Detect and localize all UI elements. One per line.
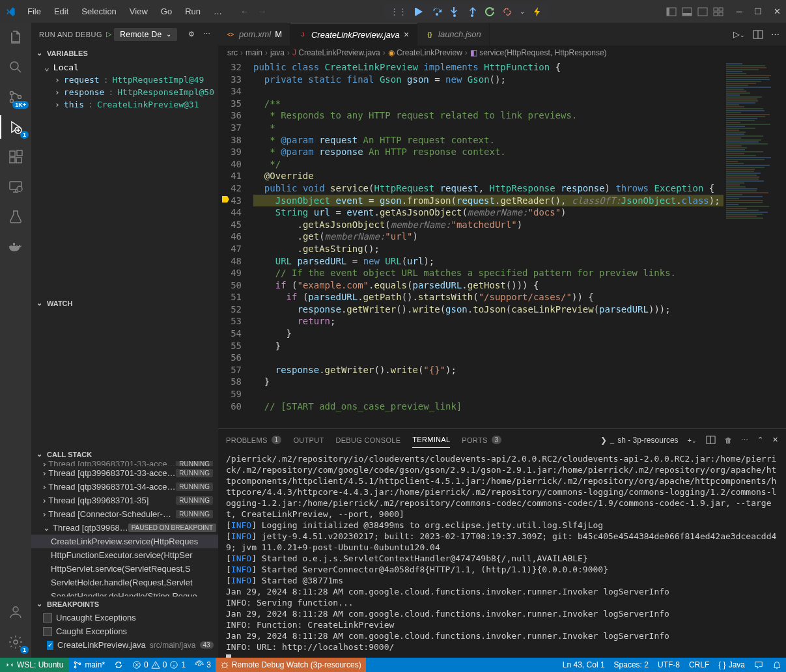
variable-row[interactable]: ›this: CreateLinkPreview@31 bbox=[31, 98, 218, 111]
more-actions-icon[interactable]: ⋯ bbox=[771, 29, 779, 39]
close-panel-icon[interactable]: ✕ bbox=[772, 436, 778, 444]
start-debug-icon[interactable]: ▷ bbox=[106, 30, 111, 38]
step-into-icon[interactable] bbox=[449, 7, 460, 17]
stack-frame[interactable]: ServletHandler.doHandle(String,Reque bbox=[31, 589, 218, 596]
breakpoint-option[interactable]: Caught Exceptions bbox=[31, 624, 218, 638]
drag-handle-icon[interactable]: ⋮⋮ bbox=[390, 7, 407, 16]
trash-icon[interactable]: 🗑 bbox=[725, 436, 732, 444]
variable-row[interactable]: ›request: HttpRequestImpl@49 bbox=[31, 74, 218, 86]
thread-row[interactable]: ›Thread [qtp399683701-33-acce…RUNNING bbox=[31, 461, 218, 466]
search-icon[interactable] bbox=[7, 58, 25, 76]
scm-icon[interactable]: 1K+ bbox=[7, 88, 25, 106]
step-out-icon[interactable] bbox=[467, 7, 477, 17]
checkbox[interactable] bbox=[43, 613, 52, 623]
variable-row[interactable]: ›response: HttpResponseImpl@50 bbox=[31, 86, 218, 98]
menu-…[interactable]: … bbox=[208, 4, 227, 19]
maximize-panel-icon[interactable]: ⌃ bbox=[757, 436, 763, 444]
stop-dropdown-icon[interactable]: ⌄ bbox=[520, 8, 525, 15]
notifications-icon[interactable] bbox=[768, 660, 786, 669]
remote-explorer-icon[interactable] bbox=[7, 178, 25, 196]
split-terminal-icon[interactable] bbox=[706, 435, 716, 445]
docker-icon[interactable] bbox=[7, 238, 25, 256]
variables-header[interactable]: ⌄VARIABLES bbox=[31, 46, 218, 60]
breadcrumb-item[interactable]: src bbox=[227, 48, 238, 57]
panel-tab-debug-console[interactable]: DEBUG CONSOLE bbox=[335, 432, 400, 448]
thread-row[interactable]: ›Thread [qtp399683701-34-acce…RUNNING bbox=[31, 480, 218, 494]
scope-local[interactable]: ⌄Local bbox=[31, 61, 218, 74]
continue-icon[interactable] bbox=[414, 7, 425, 17]
gear-icon[interactable]: ⚙ bbox=[188, 30, 195, 38]
menu-go[interactable]: Go bbox=[156, 4, 177, 19]
maximize-icon[interactable]: ☐ bbox=[754, 7, 762, 16]
menu-run[interactable]: Run bbox=[180, 4, 206, 19]
paused-thread[interactable]: ⌄Thread [qtp39968…PAUSED ON BREAKPOINT bbox=[31, 521, 218, 535]
feedback-icon[interactable] bbox=[750, 660, 768, 669]
close-icon[interactable]: ✕ bbox=[774, 7, 781, 16]
panel-tab-terminal[interactable]: TERMINAL bbox=[412, 432, 450, 448]
editor-tab[interactable]: <>pom.xmlM bbox=[218, 23, 290, 46]
menu-file[interactable]: File bbox=[22, 4, 46, 19]
stack-frame[interactable]: ServletHolder.handle(Request,Servlet bbox=[31, 576, 218, 589]
file-breakpoint[interactable]: CreateLinkPreview.java src/main/java 43 bbox=[31, 638, 218, 652]
explorer-icon[interactable] bbox=[7, 28, 25, 46]
debug-config-select[interactable]: Remote De⌄ bbox=[114, 28, 177, 41]
new-terminal-icon[interactable]: +⌄ bbox=[688, 436, 697, 444]
problems-indicator[interactable]: 0 0 1 bbox=[128, 658, 190, 672]
breadcrumb-item[interactable]: main bbox=[246, 48, 262, 57]
cursor-position[interactable]: Ln 43, Col 1 bbox=[558, 660, 610, 669]
sidebar-right-icon[interactable] bbox=[697, 7, 708, 17]
debug-icon[interactable]: 1 bbox=[7, 118, 25, 136]
stack-frame[interactable]: CreateLinkPreview.service(HttpReques bbox=[31, 535, 218, 548]
eol[interactable]: CRLF bbox=[684, 660, 714, 669]
panel-icon[interactable] bbox=[682, 7, 692, 17]
ports-indicator[interactable]: 3 bbox=[190, 658, 216, 672]
encoding[interactable]: UTF-8 bbox=[653, 660, 684, 669]
indentation[interactable]: Spaces: 2 bbox=[610, 660, 653, 669]
debug-status[interactable]: Remote Debug Watch (3p-resources) bbox=[216, 658, 366, 672]
panel-tab-problems[interactable]: PROBLEMS1 bbox=[226, 432, 281, 448]
code-editor[interactable]: public class CreateLinkPreview implement… bbox=[253, 60, 723, 428]
more-icon[interactable]: ⋯ bbox=[203, 30, 210, 38]
panel-tab-output[interactable]: OUTPUT bbox=[293, 432, 324, 448]
disconnect-icon[interactable] bbox=[502, 7, 512, 17]
watch-header[interactable]: ⌄WATCH bbox=[31, 296, 218, 310]
step-over-icon[interactable] bbox=[432, 7, 442, 17]
close-tab-icon[interactable]: × bbox=[404, 29, 409, 40]
extensions-icon[interactable] bbox=[7, 148, 25, 166]
menu-edit[interactable]: Edit bbox=[49, 4, 74, 19]
menu-view[interactable]: View bbox=[124, 4, 153, 19]
breakpoint-checkbox[interactable] bbox=[47, 641, 53, 650]
more-terminal-icon[interactable]: ⋯ bbox=[741, 436, 748, 444]
nav-back-icon[interactable]: ← bbox=[240, 7, 249, 16]
callstack-header[interactable]: ⌄CALL STACK bbox=[31, 447, 218, 461]
restart-icon[interactable] bbox=[484, 7, 495, 17]
breadcrumb-item[interactable]: java bbox=[270, 48, 285, 57]
terminal-select[interactable]: ❯_ sh - 3p-resources bbox=[600, 436, 679, 445]
nav-forward-icon[interactable]: → bbox=[258, 7, 266, 16]
minimap[interactable] bbox=[723, 60, 786, 428]
stack-frame[interactable]: HttpServlet.service(ServletRequest,S bbox=[31, 562, 218, 576]
breadcrumbs[interactable]: src›main›java›J CreateLinkPreview.java›◉… bbox=[218, 46, 786, 60]
thread-row[interactable]: ›Thread [qtp399683701-33-acce…RUNNING bbox=[31, 466, 218, 480]
layout-icon[interactable] bbox=[666, 7, 677, 17]
breakpoint-marker-icon[interactable] bbox=[221, 195, 230, 204]
remote-indicator[interactable]: WSL: Ubuntu bbox=[0, 658, 68, 672]
breadcrumb-item[interactable]: ◉ CreateLinkPreview bbox=[388, 48, 462, 57]
breadcrumb-item[interactable]: J CreateLinkPreview.java bbox=[292, 48, 380, 57]
testing-icon[interactable] bbox=[7, 208, 25, 226]
thread-row[interactable]: ›Thread [qtp399683701-35]RUNNING bbox=[31, 494, 218, 507]
hot-reload-icon[interactable] bbox=[532, 7, 542, 17]
gutter[interactable]: 3233343536373839404142434445464748495051… bbox=[218, 60, 253, 428]
minimize-icon[interactable]: ─ bbox=[737, 7, 742, 16]
terminal-output[interactable]: /pierrick/.m2/repository/io/cloudevents/… bbox=[218, 451, 786, 658]
split-editor-icon[interactable] bbox=[753, 29, 763, 40]
breakpoint-option[interactable]: Uncaught Exceptions bbox=[31, 611, 218, 624]
editor-tab[interactable]: JCreateLinkPreview.java× bbox=[290, 23, 417, 46]
breadcrumb-item[interactable]: ◧ service(HttpRequest, HttpResponse) bbox=[470, 48, 607, 57]
account-icon[interactable] bbox=[7, 603, 25, 621]
run-icon[interactable]: ▷⌄ bbox=[733, 29, 745, 39]
branch-indicator[interactable]: main* bbox=[68, 658, 109, 672]
thread-row[interactable]: ›Thread [Connector-Scheduler-…RUNNING bbox=[31, 507, 218, 521]
customize-layout-icon[interactable] bbox=[713, 7, 723, 17]
panel-tab-ports[interactable]: PORTS3 bbox=[462, 432, 501, 448]
